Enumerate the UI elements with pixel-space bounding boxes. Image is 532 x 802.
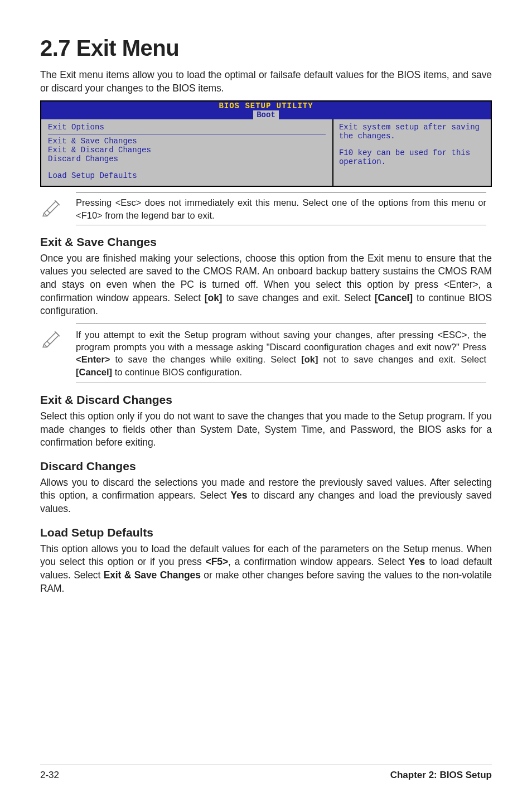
svg-line-1	[47, 341, 50, 344]
svg-line-0	[47, 210, 50, 213]
section-body: Allows you to discard the selections you…	[40, 476, 492, 516]
page-title: 2.7 Exit Menu	[40, 36, 492, 61]
bios-menu-item: Discard Changes	[48, 154, 326, 163]
bios-tab-boot: Boot	[253, 110, 279, 119]
bios-header: BIOS SETUP UTILITY Boot	[41, 102, 491, 119]
pencil-icon	[40, 325, 64, 350]
bios-right-panel: Exit system setup after saving the chang…	[333, 119, 491, 186]
section-heading: Discard Changes	[40, 460, 492, 473]
page-footer: 2-32 Chapter 2: BIOS Setup	[40, 765, 492, 781]
bios-menu-item: Exit & Discard Changes	[48, 146, 326, 154]
note-block: If you attempt to exit the Setup program…	[40, 323, 492, 383]
section-heading: Load Setup Defaults	[40, 526, 492, 539]
note-text: If you attempt to exit the Setup program…	[76, 323, 486, 383]
pencil-icon	[40, 194, 64, 219]
bios-section-heading: Exit Options	[48, 123, 326, 132]
section-heading: Exit & Save Changes	[40, 235, 492, 249]
bios-help-text: F10 key can be used for this operation.	[339, 148, 485, 166]
section-body: Once you are finished making your select…	[40, 252, 492, 318]
bios-menu-item: Exit & Save Changes	[48, 137, 326, 146]
bios-header-title: BIOS SETUP UTILITY	[41, 102, 491, 110]
chapter-label: Chapter 2: BIOS Setup	[390, 770, 492, 781]
intro-paragraph: The Exit menu items allow you to load th…	[40, 69, 492, 95]
section-heading: Exit & Discard Changes	[40, 393, 492, 407]
section-body: This option allows you to load the defau…	[40, 543, 492, 596]
page-number: 2-32	[40, 770, 59, 781]
bios-menu-item: Load Setup Defaults	[48, 171, 326, 180]
bios-left-panel: Exit Options Exit & Save Changes Exit & …	[41, 119, 333, 186]
section-body: Select this option only if you do not wa…	[40, 410, 492, 450]
bios-screenshot: BIOS SETUP UTILITY Boot Exit Options Exi…	[40, 100, 492, 187]
note-block: Pressing <Esc> does not immediately exit…	[40, 192, 492, 225]
note-text: Pressing <Esc> does not immediately exit…	[76, 192, 486, 225]
bios-help-text: Exit system setup after saving the chang…	[339, 123, 485, 141]
